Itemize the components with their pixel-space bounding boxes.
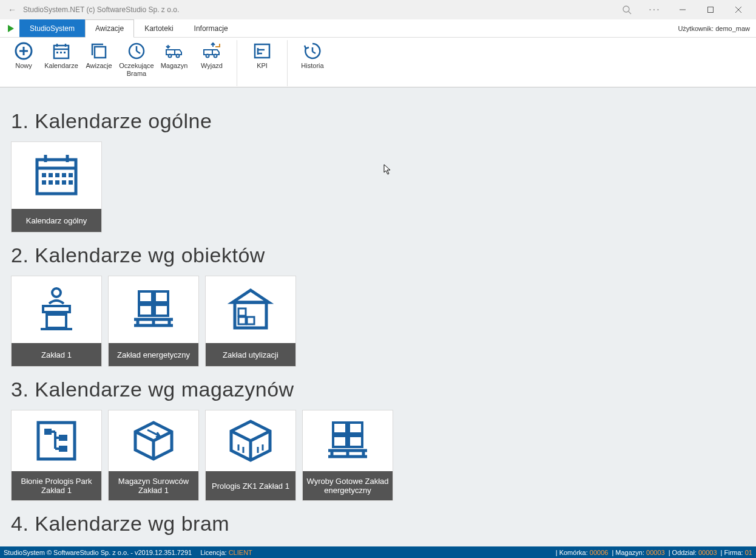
status-item: | Oddział: 00003 (669, 549, 717, 556)
history-icon (303, 41, 322, 61)
menu-tab-informacje[interactable]: Informacje (184, 19, 238, 37)
search-icon[interactable] (613, 0, 641, 19)
titlebar: ← StudioSystem.NET (c) SoftwareStudio Sp… (0, 0, 756, 19)
menu-tab-primary[interactable]: StudioSystem (19, 19, 85, 37)
truck-in-icon (164, 41, 184, 61)
tile-label: Zakład energetyczny (109, 343, 198, 366)
user-info: Użytkownik: demo_maw (672, 19, 756, 37)
content-area: 1. Kalendarze ogólneKalendarz ogólny2. K… (0, 87, 756, 546)
tile-label: Wyroby Gotowe Zakład energetyczny (303, 471, 393, 500)
menu-tab-awizacje[interactable]: Awizacje (85, 19, 134, 38)
status-item: | Komórka: 00006 (556, 549, 609, 556)
tile-prologis-zk1-zak-ad-1[interactable]: Prologis ZK1 Zakład 1 (205, 410, 296, 501)
tile-label: Zakład utylizacji (206, 343, 295, 366)
minimize-button[interactable] (669, 0, 697, 19)
section-title: 1. Kalendarze ogólne (11, 109, 745, 133)
tile-label: Błonie Prologis Park Zakład 1 (12, 471, 101, 500)
back-button[interactable]: ← (4, 5, 21, 15)
tile-label: Prologis ZK1 Zakład 1 (206, 471, 295, 500)
calendar-icon (52, 41, 71, 61)
ribbon-magazyn[interactable]: Magazyn (155, 40, 193, 71)
tile-zak-ad-1[interactable]: Zakład 1 (11, 276, 102, 367)
close-button[interactable] (724, 0, 752, 19)
pallet-boxes-icon (109, 276, 198, 343)
status-left: StudioSystem © SoftwareStudio Sp. z o.o.… (4, 549, 192, 556)
pallet-boxes-icon (303, 410, 393, 471)
section-title: 3. Kalendarze wg magazynów (11, 378, 745, 401)
tile-label: Magazyn Surowców Zakład 1 (109, 471, 198, 500)
status-license: Licencja: CLIENT (200, 549, 252, 556)
section-title: 4. Kalendarze wg bram (11, 512, 745, 536)
ribbon: NowyKalendarzeAwizacjeOczekująceBramaMag… (0, 38, 756, 87)
ribbon-awizacje[interactable]: Awizacje (80, 40, 118, 71)
ribbon-kpi[interactable]: KPI (243, 40, 281, 71)
status-item: | Magazyn: 00003 (612, 549, 664, 556)
tile-kalendarz-og-lny[interactable]: Kalendarz ogólny (11, 141, 102, 233)
tile-wyroby-gotowe-zak-ad-energetyczny[interactable]: Wyroby Gotowe Zakład energetyczny (302, 410, 393, 501)
warehouse-icon (206, 276, 295, 343)
statusbar: StudioSystem © SoftwareStudio Sp. z o.o.… (0, 546, 756, 558)
ribbon-historia[interactable]: Historia (294, 40, 331, 71)
window-title: StudioSystem.NET (c) SoftwareStudio Sp. … (21, 5, 613, 14)
truck-out-icon (202, 41, 221, 61)
cube-icon (206, 410, 295, 471)
calendar-big-icon (12, 142, 101, 209)
flow-icon (12, 410, 101, 471)
box-open-icon (109, 410, 198, 471)
svg-rect-3 (708, 7, 714, 13)
plus-circle-icon (14, 41, 33, 61)
menu-tab-kartoteki[interactable]: Kartoteki (134, 19, 183, 37)
svg-marker-6 (8, 25, 14, 32)
ribbon-oczekujące-brama[interactable]: OczekująceBrama (118, 40, 155, 79)
ribbon-nowy[interactable]: Nowy (5, 40, 42, 71)
maximize-button[interactable] (697, 0, 724, 19)
status-item: | Firma: 01 (721, 549, 752, 556)
copies-icon (89, 41, 109, 61)
clock-icon (127, 41, 146, 61)
svg-point-0 (623, 6, 629, 12)
play-button[interactable] (2, 19, 19, 37)
tile-b-onie-prologis-park-zak-ad-1[interactable]: Błonie Prologis Park Zakład 1 (11, 410, 102, 501)
tile-label: Zakład 1 (12, 343, 101, 366)
podium-icon (12, 276, 101, 343)
kpi-icon (252, 41, 272, 61)
section-title: 2. Kalendarze wg obiektów (11, 243, 745, 267)
tile-zak-ad-utylizacji[interactable]: Zakład utylizacji (205, 276, 296, 367)
tile-zak-ad-energetyczny[interactable]: Zakład energetyczny (108, 276, 199, 367)
ribbon-wyjazd[interactable]: Wyjazd (193, 40, 231, 71)
svg-line-1 (629, 12, 631, 14)
tile-magazyn-surowc-w-zak-ad-1[interactable]: Magazyn Surowców Zakład 1 (108, 410, 199, 501)
ribbon-kalendarze[interactable]: Kalendarze (42, 40, 80, 71)
menubar: StudioSystem AwizacjeKartotekiInformacje… (0, 19, 756, 38)
tile-label: Kalendarz ogólny (12, 209, 101, 232)
more-icon[interactable]: ··· (641, 0, 669, 19)
